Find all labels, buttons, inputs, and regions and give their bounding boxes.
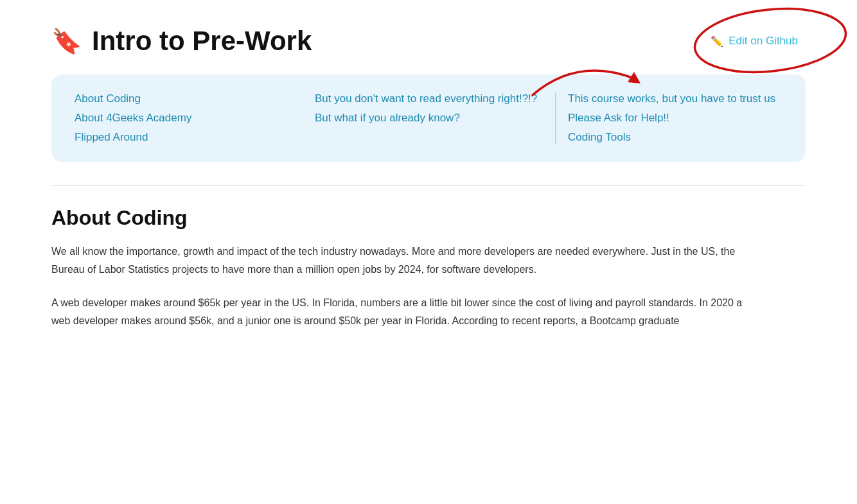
nav-link-about-coding[interactable]: About Coding xyxy=(75,92,302,105)
nav-col-2: But you don't want to read everything ri… xyxy=(315,92,542,144)
book-icon: 🔖 xyxy=(51,29,82,53)
pencil-icon: ✏️ xyxy=(711,35,723,48)
section-divider xyxy=(51,185,806,186)
nav-box: About Coding About 4Geeks Academy Flippe… xyxy=(51,74,806,162)
nav-col-3: This course works, but you have to trust… xyxy=(555,92,782,144)
edit-button-label: Edit on Github xyxy=(729,35,798,48)
page-title: Intro to Pre-Work xyxy=(92,26,312,56)
header-right: ✏️ Edit on Github xyxy=(703,31,806,51)
nav-link-dont-want-to-read[interactable]: But you don't want to read everything ri… xyxy=(315,92,542,105)
page-header: 🔖 Intro to Pre-Work ✏️ Edit on Github xyxy=(51,26,806,56)
nav-col-1: About Coding About 4Geeks Academy Flippe… xyxy=(75,92,302,144)
edit-github-button[interactable]: ✏️ Edit on Github xyxy=(703,31,806,51)
body-paragraph-1: We all know the importance, growth and i… xyxy=(51,243,758,279)
about-coding-title: About Coding xyxy=(51,206,806,230)
body-paragraph-2: A web developer makes around $65k per ye… xyxy=(51,294,758,330)
nav-link-already-know[interactable]: But what if you already know? xyxy=(315,112,542,125)
nav-link-coding-tools[interactable]: Coding Tools xyxy=(568,131,782,144)
nav-link-flipped-around[interactable]: Flipped Around xyxy=(75,131,302,144)
nav-link-trust-us[interactable]: This course works, but you have to trust… xyxy=(568,92,782,105)
nav-link-ask-for-help[interactable]: Please Ask for Help!! xyxy=(568,112,782,125)
nav-link-about-4geeks[interactable]: About 4Geeks Academy xyxy=(75,112,302,125)
title-area: 🔖 Intro to Pre-Work xyxy=(51,26,312,56)
